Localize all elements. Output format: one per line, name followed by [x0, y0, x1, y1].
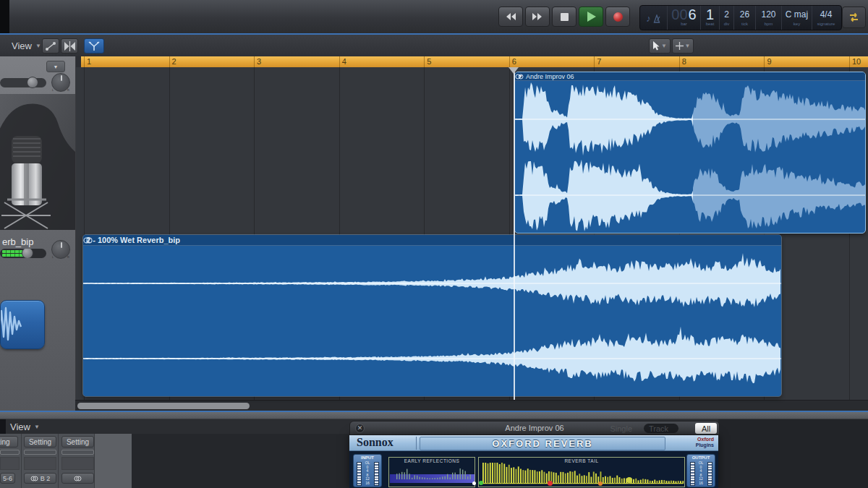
scrollbar-thumb[interactable] [77, 403, 250, 409]
link-all-button[interactable]: All [695, 423, 717, 434]
strip3-setting-button[interactable]: Setting [61, 436, 94, 448]
bar-number: 2 [172, 57, 176, 66]
lcd-bar[interactable]: 006 bar [668, 6, 701, 30]
bar-number: 5 [427, 57, 431, 66]
chevron-down-icon: ▼ [35, 43, 41, 49]
bar-line [594, 56, 595, 67]
insert-slot[interactable] [0, 450, 20, 455]
stereo-icon [74, 476, 82, 481]
record-icon [613, 12, 623, 22]
strip2-setting-button[interactable]: Setting [24, 436, 56, 448]
view-menu[interactable]: View▼ [7, 38, 46, 53]
stereo-icon [83, 237, 93, 244]
bar-line [849, 56, 850, 67]
window-edge [0, 0, 9, 33]
flex-view-toggle[interactable] [84, 38, 104, 53]
meter-scale: OL0481216 [696, 461, 706, 486]
audio-region-wet-reverb[interactable]: 2 - 100% Wet Reverb_bip [83, 235, 781, 396]
oxford-reverb-plugin: Sonnox OXFORD REVERB Oxford Plugins INPU… [349, 435, 718, 488]
early-reflections-panel[interactable]: EARLY REFLECTIONS [388, 457, 475, 487]
bar-line [509, 56, 510, 67]
play-button[interactable] [579, 7, 603, 27]
plugin-title: OXFORD REVERB [492, 438, 592, 449]
audio-track-button[interactable] [0, 300, 45, 349]
output-meter-left [690, 462, 695, 486]
link-single-label[interactable]: Single [610, 424, 632, 433]
stereo-icon [30, 476, 38, 481]
tail-control-dot-green[interactable] [479, 481, 483, 485]
logic-pro-window: ♪ 006 bar 1 beat 2 div 26 tick [0, 0, 868, 488]
lcd-signature[interactable]: 4/4 signature [812, 6, 840, 30]
insert-box[interactable] [0, 457, 20, 470]
window-edge [0, 419, 6, 434]
lcd-div[interactable]: 2 div [720, 6, 734, 30]
forward-button[interactable] [525, 7, 550, 27]
play-icon [587, 12, 596, 22]
tail-control-dot-red[interactable] [548, 481, 553, 486]
flex-icon [64, 41, 76, 51]
stop-icon [561, 13, 569, 21]
volume-knob[interactable] [27, 77, 38, 88]
track2-name[interactable]: erb_bip [2, 236, 33, 247]
region-title: Andre Improv 06 [526, 73, 574, 80]
bar-number: 6 [512, 57, 516, 66]
strip2-output-button[interactable]: B 2 [24, 473, 56, 484]
pane-divider[interactable] [0, 412, 868, 419]
lcd-tick[interactable]: 26 tick [734, 6, 756, 30]
bar-line [339, 56, 340, 67]
chevron-down-icon: ▼ [685, 43, 691, 49]
strip3-output-button[interactable] [61, 473, 94, 484]
bar-number: 3 [257, 57, 261, 66]
record-button[interactable] [605, 7, 630, 27]
lcd-key[interactable]: C maj key [782, 6, 812, 30]
secondary-tool-button[interactable]: ▼ [672, 38, 694, 53]
lcd-display[interactable]: ♪ 006 bar 1 beat 2 div 26 tick [639, 5, 842, 30]
cycle-icon [848, 12, 860, 22]
output-meter-panel: OUTPUT OL0481216 [686, 454, 715, 487]
meter-scale: OL0481216 [362, 461, 373, 486]
note-icon: ♪ [646, 13, 651, 24]
automation-button[interactable] [42, 38, 59, 53]
link-track-label[interactable]: Track [649, 424, 668, 433]
bar-number: 4 [342, 57, 346, 66]
insert-box[interactable] [61, 457, 94, 470]
disclosure-button[interactable]: ▼ [46, 61, 65, 72]
strip1-setting-button[interactable]: Setting [0, 436, 18, 448]
er-control-dot[interactable] [472, 481, 476, 485]
flex-marker-icon [88, 41, 100, 51]
mixer-view-menu[interactable]: View▼ [6, 419, 44, 434]
tail-control-dot-orange[interactable] [598, 481, 603, 486]
bar-ruler[interactable]: 12345678910 [81, 56, 868, 67]
insert-box[interactable] [24, 457, 56, 470]
audio-region-andre-improv[interactable]: ▼ Andre Improv 06 [515, 72, 865, 233]
track1-pan-knob[interactable]: LR [51, 73, 70, 92]
rewind-button[interactable] [498, 7, 523, 27]
er-spikes-graphic [389, 458, 475, 487]
automation-icon [45, 41, 56, 51]
insert-slot[interactable] [24, 450, 56, 455]
lcd-beat[interactable]: 1 beat [701, 6, 720, 30]
channel-strips: Setting Setting Setting 5-6 B 2 [0, 434, 94, 488]
stop-button[interactable] [552, 7, 576, 27]
lcd-tempo[interactable]: 120 bpm [756, 6, 782, 30]
cycle-button[interactable] [842, 7, 866, 28]
mixer-background [718, 419, 868, 488]
bar-number: 1 [87, 57, 91, 66]
track1-volume-slider[interactable] [0, 78, 46, 87]
playhead-marker[interactable] [509, 67, 519, 74]
sonnox-brand: Sonnox [357, 436, 393, 449]
plugin-titlebar[interactable]: ✕ Andre Improv 06 Single Track All [349, 421, 720, 435]
reverb-tail-panel[interactable]: REVERB TAIL [478, 457, 685, 487]
horizontal-scrollbar[interactable] [75, 400, 868, 411]
bar-line [254, 56, 255, 67]
crosshair-icon [676, 42, 684, 50]
transport-bar: ♪ 006 bar 1 beat 2 div 26 tick [0, 0, 868, 34]
track2-volume-knob[interactable] [22, 249, 33, 258]
bar-line [679, 56, 680, 67]
track2-pan-knob[interactable]: LR [51, 240, 70, 259]
insert-slot[interactable] [61, 450, 94, 455]
strip1-output-button[interactable]: 5-6 [0, 473, 15, 484]
flex-button[interactable] [61, 38, 78, 53]
pointer-tool-button[interactable]: ▼ [649, 38, 671, 53]
tail-control-dot-yellow[interactable] [626, 477, 632, 483]
